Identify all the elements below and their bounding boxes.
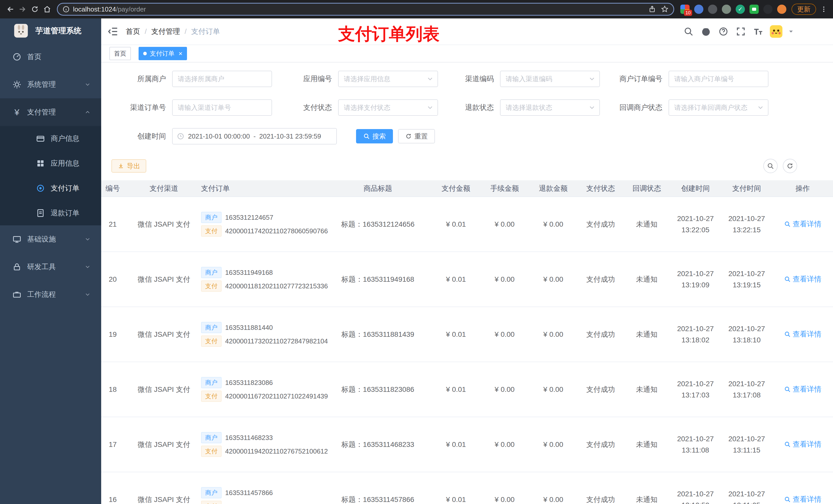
search-button[interactable]: 搜索 — [356, 129, 393, 143]
breadcrumb-home[interactable]: 首页 — [126, 27, 140, 37]
col-header-channel: 支付渠道 — [132, 180, 196, 197]
search-icon[interactable] — [682, 25, 695, 38]
fee-amount: ¥ 0.00 — [480, 362, 529, 417]
merchant-input[interactable] — [172, 71, 272, 87]
notify-status-select[interactable] — [669, 99, 768, 116]
filter-row-3: 创建时间 2021-10-01 00:00:00 - 2021-10-31 23… — [101, 128, 833, 144]
merchant-order-no: 1635311949168 — [225, 269, 273, 277]
merchant-tag: 商户 — [201, 432, 221, 443]
date-separator: - — [253, 133, 256, 140]
browser-menu-icon[interactable] — [819, 3, 829, 15]
sidebar-item-payment[interactable]: ¥ 支付管理 — [0, 98, 101, 126]
sidebar-item-infra[interactable]: 基础设施 — [0, 225, 101, 253]
pay-order-cell: 商户1635311823086 支付4200001167202110271022… — [196, 362, 324, 417]
sidebar-item-system[interactable]: 系统管理 — [0, 71, 101, 98]
toggle-search-button[interactable] — [763, 159, 778, 173]
extension-icon[interactable] — [777, 5, 786, 14]
gear-icon — [12, 80, 22, 89]
font-size-icon[interactable] — [752, 25, 765, 38]
app-title: 芋道管理系统 — [35, 26, 81, 36]
browser-home-button[interactable] — [41, 3, 53, 15]
fullscreen-icon[interactable] — [734, 25, 747, 38]
browser-update-button[interactable]: 更新 — [791, 4, 816, 15]
sidebar-item-workflow[interactable]: 工作流程 — [0, 281, 101, 308]
view-detail-link[interactable]: 查看详情 — [784, 495, 822, 504]
channel-order-no-input[interactable] — [172, 99, 272, 116]
reset-button[interactable]: 重置 — [398, 129, 435, 143]
close-tab-icon[interactable]: × — [178, 50, 182, 57]
merchant-order-no-input[interactable] — [669, 71, 768, 87]
col-header-fee: 手续金额 — [480, 180, 529, 197]
merchant-order-no: 1635311457866 — [225, 489, 273, 497]
col-header-pay-time: 支付时间 — [721, 180, 772, 197]
app-select[interactable] — [338, 71, 438, 87]
view-detail-link[interactable]: 查看详情 — [784, 274, 822, 284]
search-icon — [363, 133, 370, 140]
refresh-icon — [786, 162, 793, 170]
pay-channel: 微信 JSAPI 支付 — [132, 307, 196, 362]
refresh-table-button[interactable] — [783, 159, 797, 173]
download-icon — [118, 163, 124, 169]
pay-tag: 支付 — [201, 390, 221, 402]
sidebar-item-pay-order[interactable]: 支付订单 — [0, 176, 101, 200]
extension-icon[interactable] — [694, 5, 704, 14]
sidebar-item-home[interactable]: 首页 — [0, 43, 101, 71]
help-icon[interactable] — [717, 25, 730, 38]
pay-channel: 微信 JSAPI 支付 — [132, 362, 196, 417]
breadcrumb-pay[interactable]: 支付管理 — [151, 27, 180, 37]
refund-status-select[interactable] — [500, 99, 600, 116]
github-icon[interactable] — [699, 25, 713, 38]
sidebar-item-app-info[interactable]: 应用信息 — [0, 151, 101, 176]
view-detail-link[interactable]: 查看详情 — [784, 329, 822, 339]
tab-home[interactable]: 首页 — [110, 47, 131, 60]
notify-status: 未通知 — [624, 417, 670, 472]
pay-order-no: 4200001174202110278060590766 — [225, 227, 328, 235]
sidebar-item-dev-tools[interactable]: 研发工具 — [0, 253, 101, 281]
create-time-range-picker[interactable]: 2021-10-01 00:00:00 - 2021-10-31 23:59:5… — [172, 128, 337, 144]
extensions-area: 10 ✓ — [680, 5, 786, 14]
user-avatar[interactable] — [769, 24, 783, 39]
view-detail-link[interactable]: 查看详情 — [784, 219, 822, 229]
export-button[interactable]: 导出 — [112, 159, 146, 173]
extension-icon[interactable]: ✓ — [736, 5, 745, 14]
chevron-down-icon — [84, 291, 91, 298]
pay-amount: ¥ 0.01 — [432, 197, 480, 252]
extension-icon[interactable] — [749, 5, 759, 14]
pay-status: 支付成功 — [578, 362, 624, 417]
bookmark-star-icon[interactable] — [661, 5, 669, 13]
browser-toolbar: localhost:1024/pay/order 10 ✓ 更新 — [0, 0, 833, 19]
merchant-tag: 商户 — [201, 377, 221, 388]
tab-pay-order[interactable]: 支付订单 × — [139, 47, 187, 60]
view-detail-link[interactable]: 查看详情 — [784, 384, 822, 394]
channel-code-select[interactable] — [500, 71, 600, 87]
fee-amount: ¥ 0.00 — [480, 307, 529, 362]
pay-status-select[interactable] — [338, 99, 438, 116]
sidebar-item-merchant-info[interactable]: 商户信息 — [0, 126, 101, 151]
refresh-icon — [405, 133, 412, 140]
extension-icon[interactable]: 10 — [680, 5, 690, 14]
sidebar-item-refund-order[interactable]: 退款订单 — [0, 200, 101, 225]
active-dot — [143, 52, 147, 55]
pay-time: 2021-10-2713:11:15 — [721, 417, 772, 472]
col-header-refund: 退款金额 — [529, 180, 578, 197]
pay-order-cell: 商户1635312124657 支付4200001174202110278060… — [196, 197, 324, 252]
pay-order-cell: 商户1635311949168 支付4200001181202110277723… — [196, 252, 324, 307]
refund-amount: ¥ 0.00 — [529, 197, 578, 252]
address-bar[interactable]: localhost:1024/pay/order — [57, 3, 674, 16]
chevron-down-icon[interactable] — [787, 28, 794, 35]
share-icon[interactable] — [648, 5, 656, 13]
filter-label-merchant: 所属商户 — [101, 74, 172, 84]
browser-reload-button[interactable] — [29, 3, 41, 15]
view-detail-link[interactable]: 查看详情 — [784, 439, 822, 449]
pay-status: 支付成功 — [578, 417, 624, 472]
browser-back-button[interactable] — [4, 3, 16, 15]
app-logo[interactable]: 芋道管理系统 — [0, 19, 101, 43]
site-info-icon[interactable] — [62, 5, 70, 13]
pay-time: 2021-10-2713:17:08 — [721, 362, 772, 417]
extension-icon[interactable] — [708, 5, 717, 14]
browser-forward-button[interactable] — [16, 3, 29, 15]
extension-icon[interactable] — [763, 5, 772, 14]
extension-icon[interactable] — [722, 5, 731, 14]
collapse-sidebar-icon[interactable] — [107, 26, 119, 37]
pay-order-cell: 商户1635311468233 支付4200001194202110276752… — [196, 417, 324, 472]
